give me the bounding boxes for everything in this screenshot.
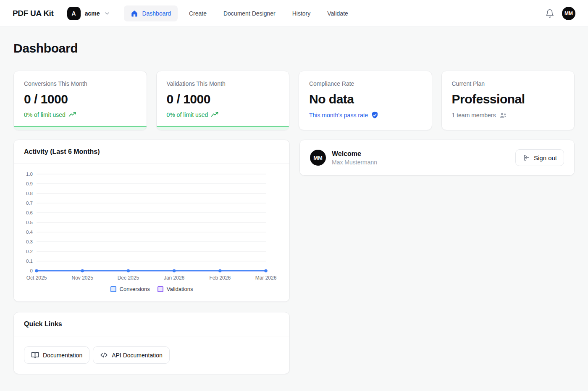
- svg-text:0.8: 0.8: [26, 191, 33, 196]
- svg-text:Dec 2025: Dec 2025: [118, 275, 139, 281]
- legend-label: Validations: [167, 286, 193, 292]
- svg-text:0.2: 0.2: [26, 249, 33, 254]
- stat-label: Validations This Month: [167, 80, 279, 87]
- svg-text:Feb 2026: Feb 2026: [209, 275, 231, 281]
- legend-swatch-validations: [158, 286, 163, 292]
- code-icon: [100, 351, 108, 359]
- nav-item-validate[interactable]: Validate: [322, 6, 354, 21]
- chevron-down-icon: [104, 10, 110, 17]
- legend-item-conversions[interactable]: Conversions: [110, 286, 150, 292]
- user-avatar-large: MM: [310, 150, 326, 166]
- welcome-user-name: Max Mustermann: [332, 159, 377, 166]
- org-switcher[interactable]: A acme: [67, 7, 111, 20]
- stat-value: 0 / 1000: [24, 92, 136, 106]
- nav-item-history[interactable]: History: [287, 6, 316, 21]
- page-title: Dashboard: [13, 41, 575, 55]
- shield-check-icon: [371, 111, 379, 119]
- stat-label: Conversions This Month: [24, 80, 136, 87]
- svg-text:0.1: 0.1: [26, 259, 33, 264]
- usage-progress-bar: [157, 126, 289, 130]
- trending-up-icon: [68, 111, 76, 119]
- quick-links-title: Quick Links: [14, 312, 289, 336]
- stat-sub-text: 0% of limit used: [24, 111, 66, 118]
- sign-out-button[interactable]: Sign out: [515, 149, 564, 166]
- svg-text:0: 0: [30, 268, 33, 273]
- svg-text:Oct 2025: Oct 2025: [26, 275, 47, 281]
- welcome-title: Welcome: [332, 150, 377, 158]
- notifications-button[interactable]: [545, 9, 554, 18]
- org-avatar: A: [67, 7, 81, 20]
- svg-text:0.3: 0.3: [26, 239, 33, 244]
- activity-chart-title: Activity (Last 6 Months): [14, 140, 289, 164]
- main-content: Dashboard Conversions This Month 0 / 100…: [0, 27, 588, 388]
- topbar-right: MM: [545, 7, 575, 20]
- nav-item-create[interactable]: Create: [184, 6, 212, 21]
- stat-value: 0 / 1000: [167, 92, 279, 106]
- svg-text:0.7: 0.7: [26, 201, 33, 206]
- app-logo: PDF UA Kit: [13, 9, 54, 18]
- content-grid: Activity (Last 6 Months) 00.10.20.30.40.…: [13, 140, 575, 374]
- documentation-link[interactable]: Documentation: [24, 346, 89, 364]
- org-name: acme: [85, 10, 100, 17]
- chart-legend: Conversions Validations: [24, 286, 279, 292]
- bell-icon: [545, 9, 554, 18]
- usage-progress-bar: [14, 126, 147, 130]
- stat-card-compliance: Compliance Rate No data This month's pas…: [299, 71, 432, 130]
- main-nav: Dashboard Create Document Designer Histo…: [124, 5, 353, 21]
- stat-sub-text: This month's pass rate: [309, 112, 368, 119]
- stat-label: Current Plan: [452, 80, 564, 87]
- welcome-card: MM Welcome Max Mustermann Sign out: [299, 140, 575, 176]
- legend-swatch-conversions: [110, 286, 116, 292]
- svg-text:1.0: 1.0: [26, 172, 33, 177]
- activity-chart-card: Activity (Last 6 Months) 00.10.20.30.40.…: [13, 140, 290, 302]
- quick-links-card: Quick Links Documentation API Documentat…: [13, 312, 290, 374]
- svg-text:Mar 2026: Mar 2026: [255, 275, 277, 281]
- svg-text:0.5: 0.5: [26, 220, 33, 225]
- trending-up-icon: [211, 111, 218, 119]
- svg-text:Jan 2026: Jan 2026: [164, 275, 185, 281]
- top-navigation-bar: PDF UA Kit A acme Dashboard Create Docum…: [0, 0, 588, 27]
- stat-value: Professional: [452, 92, 564, 106]
- user-avatar[interactable]: MM: [562, 7, 575, 20]
- api-documentation-label: API Documentation: [112, 352, 163, 359]
- svg-text:0.6: 0.6: [26, 210, 33, 215]
- nav-item-document-designer[interactable]: Document Designer: [218, 6, 281, 21]
- legend-item-validations[interactable]: Validations: [158, 286, 193, 292]
- stat-card-plan: Current Plan Professional 1 team members: [441, 71, 575, 130]
- home-icon: [131, 10, 138, 17]
- svg-text:0.4: 0.4: [26, 230, 33, 235]
- sign-out-label: Sign out: [534, 154, 557, 161]
- stat-label: Compliance Rate: [309, 80, 422, 87]
- svg-text:Nov 2025: Nov 2025: [72, 275, 94, 281]
- stat-card-conversions: Conversions This Month 0 / 1000 0% of li…: [13, 71, 147, 130]
- book-open-icon: [31, 351, 39, 359]
- activity-chart-svg: 00.10.20.30.40.50.60.70.80.91.0Oct 2025N…: [24, 170, 279, 283]
- stat-card-validations: Validations This Month 0 / 1000 0% of li…: [156, 71, 290, 130]
- documentation-label: Documentation: [43, 352, 82, 359]
- legend-label: Conversions: [120, 286, 150, 292]
- nav-item-label: Dashboard: [142, 10, 171, 17]
- users-icon: [499, 111, 507, 119]
- stat-sub-text: 1 team members: [452, 112, 496, 119]
- svg-text:0.9: 0.9: [26, 181, 33, 186]
- nav-item-dashboard[interactable]: Dashboard: [124, 5, 178, 21]
- stat-sub-text: 0% of limit used: [167, 111, 208, 118]
- log-out-icon: [522, 154, 530, 161]
- stat-value: No data: [309, 92, 422, 106]
- stats-grid: Conversions This Month 0 / 1000 0% of li…: [13, 71, 575, 130]
- api-documentation-link[interactable]: API Documentation: [93, 346, 170, 364]
